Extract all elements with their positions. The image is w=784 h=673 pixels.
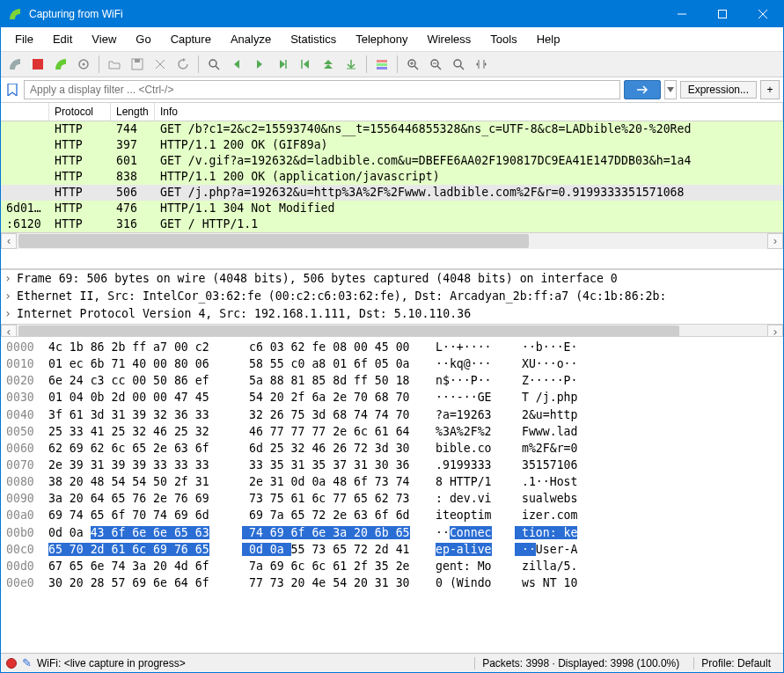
status-profile[interactable]: Profile: Default <box>693 657 778 669</box>
autoscroll-icon[interactable] <box>341 54 362 75</box>
menu-go[interactable]: Go <box>127 29 159 49</box>
hex-row[interactable]: 005025 33 41 25 32 46 25 32 46 77 77 77 … <box>6 423 778 440</box>
packet-row[interactable]: HTTP601GET /v.gif?a=192632&d=ladbible.co… <box>1 153 783 169</box>
bookmark-icon[interactable] <box>4 82 20 98</box>
menu-capture[interactable]: Capture <box>162 29 220 49</box>
hex-row[interactable]: 003001 04 0b 2d 00 00 47 45 54 20 2f 6a … <box>6 389 778 406</box>
resize-columns-icon[interactable] <box>471 54 492 75</box>
toolbar-sep <box>366 55 367 73</box>
display-filter-bar: Expression... + <box>1 77 783 103</box>
start-capture-icon[interactable] <box>4 54 26 75</box>
menu-view[interactable]: View <box>83 29 125 49</box>
svg-line-12 <box>216 66 219 69</box>
detail-row[interactable]: ›Frame 69: 506 bytes on wire (4048 bits)… <box>1 270 783 288</box>
expander-icon[interactable]: › <box>4 305 17 323</box>
close-button[interactable] <box>743 1 783 27</box>
apply-filter-button[interactable] <box>624 80 661 99</box>
restart-capture-icon[interactable] <box>50 54 71 75</box>
zoom-in-icon[interactable] <box>402 54 423 75</box>
detail-hscroll[interactable]: ‹ › <box>1 324 783 337</box>
open-icon[interactable] <box>104 54 125 75</box>
packet-row[interactable]: HTTP744GET /b?c1=2&c2=15593740&ns__t=155… <box>1 121 783 137</box>
expert-info-icon[interactable]: ✎ <box>22 656 32 669</box>
menu-file[interactable]: File <box>6 29 42 49</box>
scroll-thumb[interactable] <box>18 326 679 337</box>
packet-list-hscroll[interactable]: ‹ › <box>1 232 783 248</box>
find-icon[interactable] <box>203 54 224 75</box>
zoom-reset-icon[interactable] <box>448 54 469 75</box>
hex-row[interactable]: 00206e 24 c3 cc 00 50 86 ef 5a 88 81 85 … <box>6 372 778 389</box>
menu-statistics[interactable]: Statistics <box>282 29 345 49</box>
menu-bar: File Edit View Go Capture Analyze Statis… <box>1 27 783 52</box>
detail-row[interactable]: ›Internet Protocol Version 4, Src: 192.1… <box>1 305 783 323</box>
menu-wireless[interactable]: Wireless <box>418 29 480 49</box>
hex-row[interactable]: 00702e 39 31 39 39 33 33 33 33 35 31 35 … <box>6 457 778 473</box>
expression-button[interactable]: Expression... <box>680 81 757 99</box>
window-controls <box>662 1 783 27</box>
hex-row[interactable]: 00903a 20 64 65 76 2e 76 69 73 75 61 6c … <box>6 490 778 507</box>
detail-text: Ethernet II, Src: IntelCor_03:62:fe (00:… <box>17 288 666 305</box>
packet-details-pane[interactable]: ›Frame 69: 506 bytes on wire (4048 bits)… <box>1 270 783 337</box>
hex-row[interactable]: 00a069 74 65 6f 70 74 69 6d 69 7a 65 72 … <box>6 507 778 523</box>
menu-tools[interactable]: Tools <box>481 29 525 49</box>
packet-list-header: Protocol Length Info <box>1 103 783 121</box>
packet-list-pane: Protocol Length Info HTTP744GET /b?c1=2&… <box>1 103 783 270</box>
menu-telephony[interactable]: Telephony <box>347 29 416 49</box>
next-packet-icon[interactable] <box>249 54 270 75</box>
column-info[interactable]: Info <box>155 103 783 121</box>
packet-row[interactable]: :6120HTTP316GET / HTTP/1.1 <box>1 216 783 232</box>
filter-history-dropdown[interactable] <box>664 80 677 99</box>
packet-rows[interactable]: HTTP744GET /b?c1=2&c2=15593740&ns__t=155… <box>1 121 783 232</box>
last-packet-icon[interactable] <box>318 54 339 75</box>
hex-row[interactable]: 001001 ec 6b 71 40 00 80 06 58 55 c0 a8 … <box>6 355 778 372</box>
detail-text: Internet Protocol Version 4, Src: 192.16… <box>17 305 471 323</box>
hex-row[interactable]: 00b00d 0a 43 6f 6e 6e 65 63 74 69 6f 6e … <box>6 524 778 541</box>
window-title: Capturing from WiFi <box>29 8 662 20</box>
maximize-button[interactable] <box>702 1 743 27</box>
capture-options-icon[interactable] <box>73 54 94 75</box>
packet-row[interactable]: HTTP838HTTP/1.1 200 OK (application/java… <box>1 169 783 185</box>
prev-packet-icon[interactable] <box>226 54 247 75</box>
toolbar-sep <box>198 55 199 73</box>
packet-row[interactable]: HTTP397HTTP/1.1 200 OK (GIF89a) <box>1 137 783 153</box>
svg-line-27 <box>460 66 464 69</box>
hex-row[interactable]: 006062 69 62 6c 65 2e 63 6f 6d 25 32 46 … <box>6 440 778 457</box>
stop-capture-icon[interactable] <box>27 54 48 75</box>
scroll-right-icon[interactable]: › <box>767 325 783 337</box>
expander-icon[interactable]: › <box>4 288 17 305</box>
svg-rect-16 <box>377 60 387 62</box>
menu-help[interactable]: Help <box>528 29 569 49</box>
display-filter-input[interactable] <box>24 80 620 99</box>
packet-row[interactable]: HTTP506GET /j.php?a=192632&u=http%3A%2F%… <box>1 185 783 201</box>
hex-row[interactable]: 008038 20 48 54 54 50 2f 31 2e 31 0d 0a … <box>6 473 778 490</box>
svg-line-24 <box>437 66 441 69</box>
column-protocol[interactable]: Protocol <box>49 103 111 121</box>
expander-icon[interactable]: › <box>4 270 17 288</box>
add-filter-button[interactable]: + <box>760 80 780 99</box>
column-length[interactable]: Length <box>111 103 155 121</box>
scroll-thumb[interactable] <box>18 234 529 248</box>
column-blank[interactable] <box>1 103 49 121</box>
scroll-right-icon[interactable]: › <box>767 233 783 249</box>
minimize-button[interactable] <box>662 1 702 27</box>
scroll-left-icon[interactable]: ‹ <box>1 325 17 337</box>
svg-point-6 <box>83 63 85 66</box>
hex-row[interactable]: 00d067 65 6e 74 3a 20 4d 6f 7a 69 6c 6c … <box>6 558 778 574</box>
scroll-left-icon[interactable]: ‹ <box>1 233 17 249</box>
save-icon[interactable] <box>127 54 148 75</box>
menu-edit[interactable]: Edit <box>44 29 81 49</box>
goto-packet-icon[interactable] <box>272 54 293 75</box>
packet-row[interactable]: 6d01…HTTP476HTTP/1.1 304 Not Modified <box>1 201 783 216</box>
hex-row[interactable]: 00c065 70 2d 61 6c 69 76 65 0d 0a 55 73 … <box>6 541 778 558</box>
menu-analyze[interactable]: Analyze <box>222 29 280 49</box>
first-packet-icon[interactable] <box>295 54 316 75</box>
zoom-out-icon[interactable] <box>425 54 446 75</box>
close-file-icon[interactable] <box>150 54 171 75</box>
reload-icon[interactable] <box>172 54 194 75</box>
hex-row[interactable]: 00004c 1b 86 2b ff a7 00 c2 c6 03 62 fe … <box>6 339 778 355</box>
detail-row[interactable]: ›Ethernet II, Src: IntelCor_03:62:fe (00… <box>1 288 783 305</box>
packet-bytes-pane[interactable]: 00004c 1b 86 2b ff a7 00 c2 c6 03 62 fe … <box>1 337 783 653</box>
hex-row[interactable]: 00403f 61 3d 31 39 32 36 33 32 26 75 3d … <box>6 406 778 423</box>
hex-row[interactable]: 00e030 20 28 57 69 6e 64 6f 77 73 20 4e … <box>6 574 778 591</box>
colorize-icon[interactable] <box>371 54 392 75</box>
